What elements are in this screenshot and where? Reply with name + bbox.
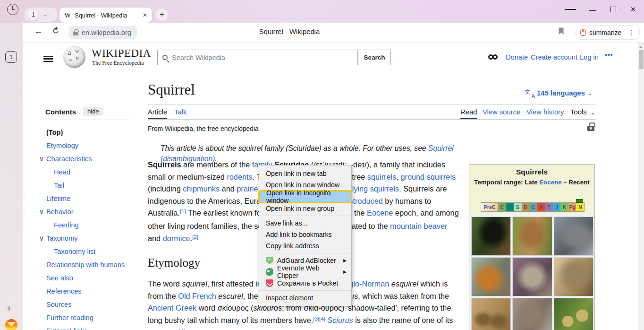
toc-item-taxonomy-list[interactable]: Taxonomy list [38, 245, 137, 258]
timescale-segment-T[interactable]: T [545, 203, 553, 211]
rock-squirrel-photo[interactable] [512, 257, 552, 296]
timescale-segment-P[interactable]: P [537, 203, 545, 211]
toc-item-see-also[interactable]: See also [38, 271, 137, 285]
chevron-down-icon[interactable]: ∨ [38, 209, 45, 214]
tab-view-source[interactable]: View source [483, 108, 520, 116]
menu-item-add-link-to-bookmarks[interactable]: Add link to bookmarks [259, 229, 351, 240]
toc-item--top-[interactable]: (Top) [38, 126, 137, 139]
timescale-segment-N[interactable]: N [576, 203, 584, 211]
chevron-down-icon[interactable]: ∨ [38, 236, 45, 241]
marmots-photo[interactable] [512, 298, 552, 330]
history-clock-icon[interactable] [7, 4, 18, 15]
wikipedia-logo-globe[interactable]: ΩW иω [63, 46, 85, 68]
timescale-segment-J[interactable]: J [553, 203, 561, 211]
address-bar[interactable]: en.wikipedia.org [68, 26, 137, 39]
summarize-kebab-icon[interactable]: ⋮ [628, 29, 635, 36]
scroll-up-arrow[interactable] [639, 45, 642, 48]
toc-item-taxonomy[interactable]: ∨Taxonomy [38, 232, 137, 245]
tab-counter-badge[interactable]: 1 [28, 10, 38, 20]
timescale-segment-PreЄ[interactable]: PreЄ [481, 203, 498, 211]
scrollbar-thumb[interactable] [639, 50, 644, 69]
rail-add-icon[interactable]: + [6, 303, 12, 314]
minimize-button[interactable]: — [587, 5, 598, 14]
toc-item-tail[interactable]: Tail [38, 179, 137, 192]
summarize-button[interactable]: ❝ summarize ⋮ [576, 25, 640, 40]
toc-hide-button[interactable]: hide [83, 107, 103, 116]
search-button[interactable]: Search [358, 50, 391, 65]
timescale-segment-C[interactable]: C [529, 203, 537, 211]
timescale-segment-O[interactable]: O [506, 203, 514, 211]
toc-item-etymology[interactable]: Etymology [38, 139, 137, 152]
chevron-down-icon[interactable]: ⌄ [42, 12, 48, 17]
toc-item-feeding[interactable]: Feeding [38, 218, 137, 232]
chevron-down-icon[interactable]: ∨ [38, 156, 45, 161]
menu-item-save-link-as-[interactable]: Save link as... [259, 217, 351, 229]
toc-item-external-links[interactable]: External links [38, 324, 137, 330]
toc-item-head[interactable]: Head [38, 165, 137, 179]
page-scrollbar[interactable] [638, 43, 644, 330]
back-button[interactable]: ← [34, 26, 43, 36]
uinta-ground-squirrel-photo[interactable] [554, 257, 593, 296]
toc-item-characteristics[interactable]: ∨Characteristics [38, 152, 137, 165]
squirrel-photo-grid [471, 217, 593, 330]
gray-squirrel-photo[interactable] [554, 217, 593, 256]
chipmunk-photo[interactable] [512, 217, 552, 256]
wikipedia-wordmark[interactable]: WIKIPEDIA [92, 47, 151, 60]
domain-text[interactable]: en.wikipedia.org [82, 29, 131, 36]
close-window-button[interactable]: ✕ [627, 5, 639, 14]
more-options-icon[interactable]: ••• [605, 51, 613, 59]
toc-item-relationship-with-humans[interactable]: Relationship with humans [38, 258, 137, 271]
bookmark-icon[interactable] [558, 27, 565, 35]
toc-item-sources[interactable]: Sources [38, 298, 137, 311]
toc-item-further-reading[interactable]: Further reading [38, 311, 137, 324]
tab-read[interactable]: Read [460, 108, 477, 119]
tab-close-icon[interactable]: ✕ [143, 12, 147, 18]
menu-item-open-link-in-incognito-window[interactable]: Open link in Incognito window [260, 191, 351, 202]
maximize-button[interactable] [608, 5, 619, 14]
chevron-down-icon[interactable]: ⌄ [588, 90, 593, 96]
timescale-segment-S[interactable]: S [514, 203, 522, 211]
reload-button[interactable]: ↻ [49, 25, 62, 37]
menu-item-copy-link-address[interactable]: Copy link address [259, 240, 351, 252]
menu-item-evernote-web-clipper[interactable]: Evernote Web Clipper▶ [259, 266, 351, 278]
timescale-segment-Є[interactable]: Є [498, 203, 506, 211]
wiki-search-input[interactable]: Search Wikipedia [157, 50, 358, 65]
toc-item-lifetime[interactable]: Lifetime [38, 192, 137, 205]
login-link[interactable]: Log in [580, 53, 599, 61]
fox-squirrel-photo[interactable] [471, 257, 511, 296]
tools-chevron-icon[interactable]: ⌄ [591, 110, 595, 116]
tab-article[interactable]: Article [148, 108, 167, 119]
create-account-link[interactable]: Create account [531, 53, 577, 61]
toc-item-behavior[interactable]: ∨Behavior [38, 205, 137, 218]
menu-item-inspect-element[interactable]: Inspect element [259, 292, 351, 304]
menu-item-open-link-in-new-tab[interactable]: Open link in new tab [259, 168, 351, 179]
wiki-hamburger-icon[interactable] [43, 54, 53, 64]
tab-counter[interactable]: 1 ⌄ [25, 8, 57, 22]
menu-item-сохранить-в-pocket[interactable]: Сохранить в Pocket [259, 278, 351, 289]
tab-talk[interactable]: Talk [174, 108, 186, 116]
appearance-icon[interactable] [488, 54, 498, 60]
tab-tools[interactable]: Tools [570, 108, 587, 116]
languages-button[interactable]: 文A 145 languages ⌄ [525, 89, 593, 97]
donate-link[interactable]: Donate [506, 53, 528, 61]
eocene-link[interactable]: Eocene [539, 179, 561, 186]
yandex-mail-icon[interactable] [5, 319, 17, 330]
toc-item-references[interactable]: References [38, 285, 137, 298]
page-title: Squirrel [148, 81, 195, 98]
standing-ground-squirrels-photo[interactable] [471, 298, 511, 330]
prairie-dogs-photo[interactable] [554, 298, 593, 330]
timescale-segment-K[interactable]: K [560, 203, 568, 211]
search-placeholder: Search Wikipedia [172, 54, 225, 61]
tab-view-history[interactable]: View history [526, 108, 564, 116]
timescale-segment-D[interactable]: D [522, 203, 530, 211]
black-giant-squirrel-photo[interactable] [471, 217, 511, 256]
lock-icon[interactable] [73, 32, 78, 35]
geologic-timescale[interactable]: PreЄЄOSDCPTJKPgN [481, 202, 585, 212]
tab-title[interactable]: Squirrel - Wikipedia [75, 12, 139, 19]
browser-tab-squirrel[interactable]: W Squirrel - Wikipedia ✕ [59, 8, 152, 23]
timescale-segment-Pg[interactable]: Pg [568, 203, 576, 211]
sidebar-tab-badge[interactable]: 1 [5, 51, 17, 63]
browser-menu-icon[interactable] [565, 5, 576, 14]
menu-item-open-link-in-new-group[interactable]: Open link in new group [259, 203, 351, 214]
new-tab-button[interactable]: + [156, 9, 168, 21]
